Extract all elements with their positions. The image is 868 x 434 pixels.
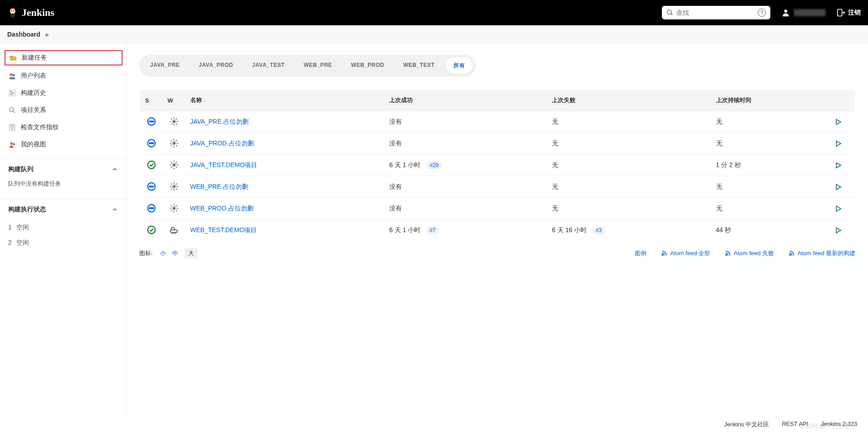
svg-point-21	[10, 142, 13, 145]
icon-size-option[interactable]: 中	[172, 250, 178, 257]
status-notbuilt-icon	[146, 138, 156, 147]
svg-line-73	[176, 189, 177, 190]
weather-sun-dot-icon	[169, 160, 178, 169]
svg-line-35	[171, 124, 172, 125]
svg-line-87	[176, 210, 177, 211]
run-build-button[interactable]	[834, 182, 850, 191]
sidebar-item-fingerprint[interactable]: 检查文件指纹	[0, 119, 126, 136]
col-success[interactable]: 上次成功	[384, 90, 547, 111]
svg-rect-1	[11, 14, 14, 17]
executor-header[interactable]: 构建执行状态	[0, 199, 126, 220]
username-redacted	[794, 9, 826, 16]
svg-point-79	[152, 208, 153, 209]
breadcrumb-dashboard[interactable]: Dashboard	[7, 31, 40, 38]
svg-point-67	[173, 186, 175, 187]
cell-duration: 无	[711, 111, 828, 133]
build-queue-header[interactable]: 构建队列	[0, 159, 126, 180]
job-link[interactable]: WEB_PROD.占位勿删	[190, 205, 254, 212]
atom-feed-link[interactable]: Atom feed 全部	[661, 249, 710, 257]
table-row: WEB_TEST.DEMO项目 6 天 1 小时 #7 6 天 16 小时 #3…	[140, 219, 855, 241]
col-fail[interactable]: 上次失败	[547, 90, 711, 111]
svg-point-11	[12, 74, 14, 76]
weather-sun-dot-icon	[169, 138, 178, 147]
icon-size-option[interactable]: 小	[160, 250, 166, 257]
svg-point-24	[149, 121, 150, 122]
icon-size-option[interactable]: 大	[184, 248, 198, 258]
cell-last-fail: 无	[547, 133, 711, 154]
run-build-button[interactable]	[834, 139, 850, 148]
build-history-icon	[8, 89, 16, 97]
atom-feed-link[interactable]: Atom feed 失败	[725, 249, 774, 257]
job-link[interactable]: WEB_TEST.DEMO项目	[190, 226, 257, 233]
weather-cloud-icon	[169, 225, 178, 234]
tab-web_pre[interactable]: WEB_PRE	[296, 57, 340, 74]
build-queue-section: 构建队列 队列中没有构建任务	[0, 159, 126, 193]
sidebar-item-build-history[interactable]: 构建历史	[0, 84, 126, 102]
build-badge[interactable]: #29	[426, 161, 442, 169]
svg-line-93	[174, 233, 174, 234]
run-build-button[interactable]	[834, 226, 850, 235]
svg-line-61	[176, 162, 177, 163]
executor-num: 2	[8, 239, 12, 246]
svg-point-96	[726, 254, 727, 255]
table-row: WEB_PROD.占位勿删 没有 无 无	[140, 198, 855, 219]
tab-java_test[interactable]: JAVA_TEST	[244, 57, 293, 74]
col-status[interactable]: S	[140, 90, 162, 111]
sort-down-icon: ↓	[204, 98, 206, 103]
svg-point-20	[12, 128, 13, 130]
weather-sun-dot-icon	[169, 182, 178, 191]
sidebar-item-my-views[interactable]: 我的视图	[0, 136, 126, 153]
job-link[interactable]: JAVA_PRE.占位勿删	[190, 118, 249, 125]
cell-duration: 无	[711, 133, 828, 154]
svg-point-28	[173, 121, 175, 122]
col-weather[interactable]: W	[162, 90, 185, 111]
sidebar: 新建任务用户列表构建历史项目关系检查文件指纹我的视图 构建队列 队列中没有构建任…	[0, 44, 127, 415]
logout-button[interactable]: 注销	[836, 8, 861, 17]
table-footer: 图标: 小中大 图例 Atom feed 全部Atom feed 失败Atom …	[139, 249, 855, 257]
jenkins-logo[interactable]: Jenkins	[7, 7, 54, 19]
sidebar-item-people[interactable]: 用户列表	[0, 67, 126, 84]
status-success-icon	[146, 225, 156, 234]
cell-last-fail: 6 天 16 小时 #3	[547, 219, 711, 241]
build-badge[interactable]: #3	[592, 226, 605, 234]
rss-icon	[725, 250, 731, 257]
user-menu[interactable]	[781, 8, 826, 17]
run-build-button[interactable]	[834, 204, 850, 213]
svg-point-81	[173, 208, 175, 209]
breadcrumb: Dashboard ▶	[0, 25, 868, 44]
run-build-button[interactable]	[834, 161, 850, 170]
tab-所有[interactable]: 所有	[445, 57, 473, 74]
search-icon	[666, 9, 674, 16]
tab-web_prod[interactable]: WEB_PROD	[343, 57, 392, 74]
sidebar-item-label: 项目关系	[21, 106, 46, 114]
svg-line-48	[176, 145, 177, 146]
sidebar-item-new-item[interactable]: 新建任务	[5, 50, 123, 65]
build-badge[interactable]: #7	[426, 226, 439, 234]
svg-line-59	[176, 167, 177, 168]
col-name[interactable]: 名称↓	[185, 90, 384, 111]
run-build-button[interactable]	[834, 117, 850, 126]
svg-point-26	[152, 121, 153, 122]
search-box[interactable]: ?	[662, 6, 770, 19]
col-duration[interactable]: 上次持续时间	[711, 90, 828, 111]
cell-last-success: 没有	[384, 111, 547, 133]
job-link[interactable]: WEB_PRE.占位勿删	[190, 183, 248, 190]
tab-web_test[interactable]: WEB_TEST	[395, 57, 443, 74]
search-help-icon[interactable]: ?	[758, 9, 766, 17]
tab-java_pre[interactable]: JAVA_PRE	[142, 57, 188, 74]
job-link[interactable]: JAVA_TEST.DEMO项目	[190, 161, 258, 168]
icon-size-label: 图标:	[139, 249, 153, 257]
search-input[interactable]	[676, 9, 758, 16]
executor-title: 构建执行状态	[8, 205, 46, 214]
tab-java_prod[interactable]: JAVA_PROD	[191, 57, 241, 74]
rss-icon	[788, 250, 795, 257]
legend-link[interactable]: 图例	[635, 249, 646, 257]
table-row: WEB_PRE.占位勿删 没有 无 无	[140, 176, 855, 198]
svg-point-2	[11, 10, 12, 11]
cell-duration: 无	[711, 198, 828, 219]
sidebar-item-project-relationship[interactable]: 项目关系	[0, 102, 126, 119]
atom-feed-link[interactable]: Atom feed 最新的构建	[788, 249, 855, 257]
cell-last-success: 没有	[384, 176, 547, 198]
svg-line-89	[176, 205, 177, 206]
job-link[interactable]: JAVA_PROD.占位勿删	[190, 140, 254, 147]
